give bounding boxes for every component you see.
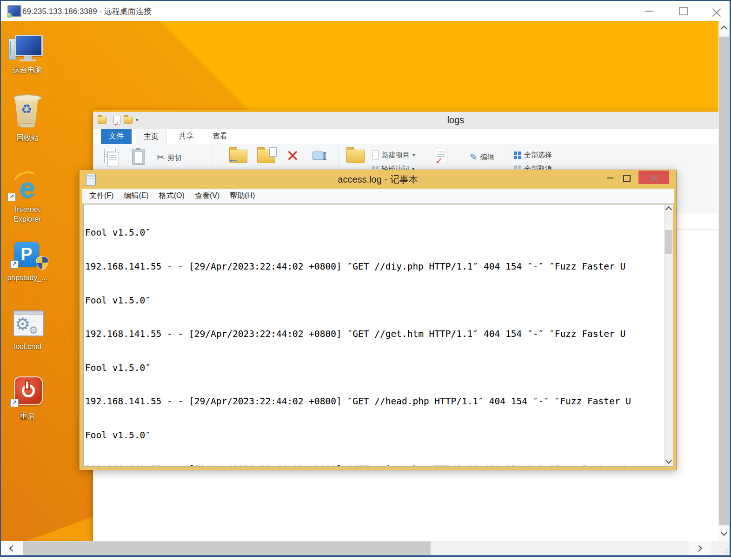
scroll-left-button[interactable]: [1, 541, 22, 555]
log-content: Fool v1.5.0″ 192.168.141.55 - - [29/Apr/…: [85, 205, 664, 466]
notepad-vertical-scrollbar[interactable]: [664, 204, 673, 466]
desktop-icon-label: 重启: [2, 411, 53, 421]
copy-icon: [104, 149, 119, 166]
check-icon: ✓: [114, 120, 120, 127]
desktop-icon-label: 回收站: [2, 133, 53, 143]
new-folder-icon: [346, 150, 365, 163]
tab-view[interactable]: 查看: [205, 129, 235, 144]
notepad-titlebar[interactable]: access.log - 记事本: [80, 170, 676, 189]
window-border-left: [0, 0, 1, 557]
notepad-window: access.log - 记事本 文件(F) 编辑(E) 格式(O) 查看(V)…: [79, 170, 677, 470]
folder-icon[interactable]: [98, 117, 106, 124]
notepad-close-button[interactable]: [638, 171, 669, 184]
rdp-horizontal-scrollbar[interactable]: [1, 541, 730, 555]
properties-icon[interactable]: ✓: [113, 116, 120, 125]
log-line: Fool v1.5.0″: [85, 362, 664, 374]
copy-button[interactable]: [104, 149, 119, 166]
notepad-minimize-button[interactable]: [603, 172, 617, 184]
shortcut-arrow-icon: ↗: [10, 399, 19, 407]
scroll-down-button[interactable]: [665, 457, 673, 465]
copy-to-button[interactable]: [257, 150, 275, 163]
move-to-button[interactable]: ←: [229, 150, 247, 163]
desktop-icon-tool-cmd[interactable]: ⚙ ⚙ tool.cmd: [2, 306, 53, 351]
properties-button[interactable]: ✓: [436, 149, 447, 163]
tab-share[interactable]: 共享: [171, 129, 201, 144]
chevron-down-icon: [665, 457, 672, 463]
restart-icon: ↗: [2, 376, 53, 409]
delete-button[interactable]: ✕: [286, 148, 299, 164]
desktop-icon-restart[interactable]: ↗ 重启: [2, 376, 53, 421]
tab-home[interactable]: 主页: [136, 129, 166, 145]
copy-to-icon: [257, 150, 275, 163]
edit-button[interactable]: ✎ 编辑: [470, 152, 494, 163]
scrollbar-thumb[interactable]: [665, 230, 672, 254]
shortcut-arrow-icon: ↗: [7, 193, 16, 201]
scissors-icon: ✂: [156, 152, 165, 164]
select-all-label: 全部选择: [524, 151, 552, 159]
rename-icon: [312, 152, 324, 160]
resize-grip[interactable]: [711, 541, 730, 555]
check-icon: ✓: [435, 155, 443, 166]
paste-icon: [132, 149, 145, 165]
shortcut-arrow-icon: ↗: [10, 260, 19, 269]
menu-edit[interactable]: 编辑(E): [119, 191, 153, 201]
rename-button[interactable]: [312, 152, 324, 160]
scrollbar-thumb[interactable]: [719, 37, 729, 525]
scroll-right-button[interactable]: [689, 541, 711, 555]
menu-format[interactable]: 格式(O): [154, 191, 190, 201]
desktop-icon-this-pc[interactable]: 这台电脑: [2, 29, 53, 75]
rdp-titlebar[interactable]: 69.235.133.186:3389 - 远程桌面连接: [1, 1, 730, 21]
rdp-connection-icon: [7, 5, 21, 17]
rdp-vertical-scrollbar[interactable]: [718, 21, 730, 541]
pencil-icon: ✎: [470, 152, 478, 163]
minimize-icon: [645, 11, 653, 12]
new-item-icon: [372, 151, 379, 159]
explorer-ribbon-tabs: 文件 主页 共享 查看: [93, 129, 718, 145]
recycle-icon: ♻: [14, 102, 39, 117]
desktop-icon-internet-explorer[interactable]: e ↗ Internet Explorer: [2, 169, 53, 224]
scroll-up-button[interactable]: [718, 21, 730, 36]
log-line: Fool v1.5.0″: [85, 295, 664, 306]
new-folder-button[interactable]: [346, 150, 365, 163]
chevron-down-icon: ▾: [412, 152, 415, 158]
desktop-icon-recycle-bin[interactable]: ♻ 回收站: [2, 94, 53, 143]
explorer-titlebar[interactable]: ✓ ▾ logs: [93, 112, 718, 129]
rdp-maximize-button[interactable]: [675, 5, 691, 18]
remote-desktop: 这台电脑 ♻ 回收站 e ↗ Internet Explorer P ↗: [1, 21, 718, 541]
scroll-up-button[interactable]: [665, 205, 673, 213]
quick-access-toolbar: ✓ ▾: [98, 115, 142, 125]
chevron-down-icon: [721, 529, 727, 535]
arrow-left-icon: ←: [228, 152, 239, 165]
cut-button[interactable]: ✂ 剪切: [156, 152, 181, 164]
new-item-label: 新建项目: [382, 151, 410, 159]
desktop-icon-phpstudy[interactable]: P ↗ phpstudy_...: [2, 237, 53, 283]
rdp-window-title: 69.235.133.186:3389 - 远程桌面连接: [22, 6, 152, 17]
maximize-icon: [679, 7, 688, 15]
this-pc-icon: [2, 29, 53, 63]
new-folder-icon[interactable]: [124, 117, 133, 124]
chevron-left-icon: [9, 545, 16, 551]
rdp-client-window: 69.235.133.186:3389 - 远程桌面连接 这台电脑 ♻ 回收站: [0, 0, 731, 560]
chevron-down-icon[interactable]: ▾: [136, 117, 139, 123]
scroll-down-button[interactable]: [718, 526, 730, 541]
menu-help[interactable]: 帮助(H): [225, 191, 260, 201]
notepad-maximize-button[interactable]: [620, 172, 634, 184]
properties-icon: ✓: [436, 149, 447, 163]
desktop-icon-label: 这台电脑: [2, 65, 53, 75]
rdp-close-button[interactable]: [709, 5, 724, 18]
rdp-minimize-button[interactable]: [641, 5, 657, 18]
toolbar-separator: [142, 115, 142, 125]
explorer-window-title: logs: [400, 115, 512, 125]
phpstudy-icon: P ↗: [2, 237, 53, 270]
select-all-button[interactable]: 全部选择: [514, 151, 552, 159]
window-border-top: [0, 0, 731, 1]
log-line: 192.168.141.55 - - [29/Apr/2023:22:44:02…: [85, 329, 664, 340]
menu-view[interactable]: 查看(V): [190, 191, 225, 201]
menu-file[interactable]: 文件(F): [84, 191, 119, 201]
new-item-button[interactable]: 新建项目 ▾: [372, 151, 415, 159]
paste-button[interactable]: [132, 149, 145, 165]
chevron-up-icon: [721, 25, 727, 32]
scrollbar-thumb[interactable]: [23, 541, 431, 555]
notepad-text-area[interactable]: Fool v1.5.0″ 192.168.141.55 - - [29/Apr/…: [83, 204, 673, 467]
tab-file[interactable]: 文件: [101, 129, 132, 144]
